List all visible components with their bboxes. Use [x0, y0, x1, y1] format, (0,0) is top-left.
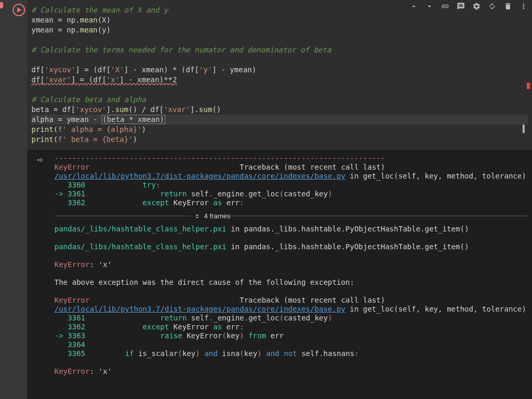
code-line: df['xvar'] = (df['x'] - xmean)**2 — [31, 75, 528, 85]
move-up-icon[interactable] — [410, 2, 418, 10]
cell-gutter — [0, 0, 27, 399]
cell-toolbar — [410, 2, 528, 10]
output-area: ----------------------------------------… — [27, 150, 532, 399]
code-line: xmean = np.mean(X) — [31, 15, 528, 25]
minimap-error-marker — [527, 83, 530, 89]
code-line: print(f' alpha = {alpha}') — [31, 125, 528, 135]
comment-icon[interactable] — [457, 2, 465, 10]
code-editor[interactable]: # Calculate the mean of X and yxmean = n… — [27, 0, 532, 150]
code-line: # Calculate the terms needed for the num… — [31, 45, 528, 55]
more-icon[interactable] — [519, 2, 528, 10]
code-line: beta = df['xycov'].sum() / df['xvar'].su… — [31, 105, 528, 115]
code-line: print(f' beta = {beta}') — [31, 135, 528, 145]
code-line: df['xycov'] = (df['X'] - xmean) * (df['y… — [31, 65, 528, 75]
settings-icon[interactable] — [472, 2, 481, 10]
code-line: ymean = np.mean(y) — [31, 25, 528, 35]
frames-divider[interactable]: 4 frames — [54, 212, 528, 220]
editor-minimap-cursor — [523, 125, 525, 133]
code-line — [31, 35, 528, 45]
code-line — [31, 85, 528, 95]
error-badge — [0, 2, 3, 8]
delete-icon[interactable] — [504, 2, 512, 10]
mirror-icon[interactable] — [488, 2, 496, 10]
link-icon[interactable] — [441, 2, 449, 10]
code-line: # Calculate beta and alpha — [31, 95, 528, 105]
output-icon[interactable] — [37, 156, 45, 164]
code-line: alpha = ymean - (beta * xmean) — [31, 115, 528, 125]
move-down-icon[interactable] — [425, 2, 434, 10]
run-cell-button[interactable] — [13, 4, 25, 16]
code-line — [31, 55, 528, 65]
